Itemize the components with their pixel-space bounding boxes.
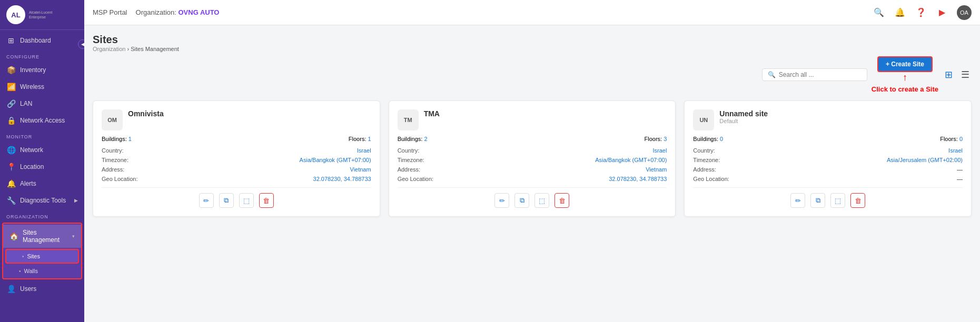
- site-card-1: TM TMA Buildings: 2 Floors: 3 Country: I…: [389, 100, 676, 217]
- delete-button-0[interactable]: 🗑: [259, 193, 274, 208]
- card-buildings-floors-0: Buildings: 1 Floors: 1: [102, 136, 371, 142]
- card-sub-2: Default: [719, 118, 768, 124]
- country-value-0: Israel: [357, 147, 371, 154]
- topbar: MSP Portal Organization: OVNG AUTO 🔍 🔔 ❓…: [84, 0, 980, 25]
- card-header-0: OM Omnivista: [102, 109, 371, 130]
- card-address-row-0: Address: Vietnam: [102, 166, 371, 173]
- floors-value-0: 1: [368, 136, 371, 142]
- delete-button-2[interactable]: 🗑: [850, 193, 865, 208]
- copy-button-2[interactable]: ⬚: [830, 193, 845, 208]
- sidebar-item-network-access[interactable]: 🔒 Network Access: [0, 112, 84, 129]
- sidebar-item-dashboard[interactable]: ⊞ Dashboard: [0, 32, 84, 49]
- sidebar-item-network[interactable]: 🌐 Network: [0, 142, 84, 158]
- buildings-value-2: 0: [720, 136, 723, 142]
- sidebar-item-sites-management[interactable]: 🏠 Sites Management ▾: [3, 225, 81, 248]
- topbar-title: MSP Portal: [93, 8, 127, 16]
- help-icon[interactable]: ❓: [915, 6, 927, 19]
- clone-button-1[interactable]: ⧉: [514, 193, 529, 208]
- clone-button-0[interactable]: ⧉: [219, 193, 234, 208]
- arrow-up-indicator: ↑: [903, 72, 907, 83]
- breadcrumb-org[interactable]: Organization: [93, 46, 125, 52]
- organization-section-label: ORGANIZATION: [0, 209, 84, 222]
- sidebar-item-location[interactable]: 📍 Location: [0, 158, 84, 175]
- card-address-row-1: Address: Vietnam: [398, 166, 667, 173]
- country-label-0: Country:: [102, 147, 124, 154]
- network-access-icon: 🔒: [6, 116, 16, 125]
- card-timezone-row-2: Timezone: Asia/Jerusalem (GMT+02:00): [693, 157, 963, 163]
- card-country-row-0: Country: Israel: [102, 147, 371, 154]
- grid-view-button[interactable]: ⊞: [943, 68, 955, 82]
- floors-value-1: 3: [664, 136, 667, 142]
- sidebar-item-lan[interactable]: 🔗 LAN: [0, 95, 84, 112]
- sidebar-collapse-button[interactable]: ◀: [78, 39, 84, 49]
- sidebar-item-label: Alerts: [20, 180, 36, 187]
- card-badge-1: TM: [398, 109, 419, 130]
- breadcrumb-current: Sites Management: [131, 46, 179, 52]
- timezone-label-0: Timezone:: [102, 157, 128, 163]
- list-view-button[interactable]: ☰: [959, 68, 972, 82]
- card-actions-0: ✏ ⧉ ⬚ 🗑: [102, 193, 371, 208]
- sidebar-item-users[interactable]: 👤 Users: [0, 280, 84, 297]
- sidebar-subitem-sites[interactable]: • Sites: [5, 249, 79, 264]
- logo-sub: Enterprise: [29, 15, 52, 19]
- sidebar-logo: AL Alcatel-Lucent Enterprise: [0, 0, 84, 30]
- cards-grid: OM Omnivista Buildings: 1 Floors: 1 Coun…: [93, 100, 972, 217]
- card-buildings-floors-1: Buildings: 2 Floors: 3: [398, 136, 667, 142]
- search-box[interactable]: 🔍: [762, 68, 867, 81]
- geo-label-0: Geo Location:: [102, 176, 138, 182]
- card-header-2: UN Unnamed site Default: [693, 109, 963, 130]
- topbar-org-name[interactable]: OVNG AUTO: [178, 8, 219, 16]
- copy-button-1[interactable]: ⬚: [534, 193, 549, 208]
- page-title: Sites: [93, 34, 972, 46]
- sidebar-item-diagnostic-tools[interactable]: 🔧 Diagnostic Tools ▶: [0, 192, 84, 209]
- clone-button-2[interactable]: ⧉: [810, 193, 825, 208]
- search-input[interactable]: [779, 71, 862, 78]
- edit-button-1[interactable]: ✏: [494, 193, 509, 208]
- edit-button-2[interactable]: ✏: [790, 193, 805, 208]
- logo-brand: Alcatel-Lucent: [29, 10, 52, 15]
- card-badge-2: UN: [693, 109, 714, 130]
- sidebar-item-label: Users: [20, 285, 36, 293]
- search-icon[interactable]: 🔍: [873, 6, 885, 19]
- logo-text: Alcatel-Lucent Enterprise: [29, 10, 52, 19]
- timezone-value-0: Asia/Bangkok (GMT+07:00): [300, 157, 371, 163]
- card-actions-2: ✏ ⧉ ⬚ 🗑: [693, 193, 963, 208]
- lan-icon: 🔗: [6, 99, 16, 108]
- card-timezone-row-1: Timezone: Asia/Bangkok (GMT+07:00): [398, 157, 667, 163]
- sidebar-item-wireless[interactable]: 📶 Wireless: [0, 78, 84, 95]
- network-icon: 🌐: [6, 146, 16, 154]
- card-geo-row-0: Geo Location: 32.078230, 34.788733: [102, 176, 371, 182]
- geo-value-0: 32.078230, 34.788733: [313, 176, 371, 182]
- edit-button-0[interactable]: ✏: [199, 193, 214, 208]
- floors-label-0: Floors: 1: [349, 136, 371, 142]
- topbar-org-label: Organization: OVNG AUTO: [136, 8, 220, 16]
- site-card-2: UN Unnamed site Default Buildings: 0 Flo…: [684, 100, 972, 217]
- youtube-icon[interactable]: ▶: [936, 6, 948, 19]
- card-actions-1: ✏ ⧉ ⬚ 🗑: [398, 193, 667, 208]
- logo-circle: AL: [6, 5, 25, 24]
- click-hint-label: Click to create a Site: [872, 85, 938, 93]
- card-badge-0: OM: [102, 109, 123, 130]
- bell-icon[interactable]: 🔔: [894, 6, 906, 19]
- sidebar-item-alerts[interactable]: 🔔 Alerts: [0, 175, 84, 192]
- configure-section-label: CONFIGURE: [0, 49, 84, 62]
- wireless-icon: 📶: [6, 83, 16, 91]
- delete-button-1[interactable]: 🗑: [555, 193, 569, 208]
- address-value-0: Vietnam: [350, 166, 371, 173]
- copy-button-0[interactable]: ⬚: [239, 193, 254, 208]
- monitor-section-label: MONITOR: [0, 129, 84, 142]
- create-site-button[interactable]: + Create Site: [877, 56, 933, 72]
- dashboard-icon: ⊞: [6, 36, 16, 45]
- sidebar-item-label: Diagnostic Tools: [20, 197, 66, 204]
- inventory-icon: 📦: [6, 66, 16, 74]
- content-area: Sites Organization › Sites Management 🔍 …: [84, 25, 980, 322]
- user-avatar[interactable]: OA: [957, 5, 972, 20]
- sidebar-item-label: Network: [20, 146, 43, 154]
- sidebar-item-inventory[interactable]: 📦 Inventory: [0, 62, 84, 78]
- buildings-value-0: 1: [128, 136, 132, 142]
- sidebar-item-label: Dashboard: [20, 37, 51, 44]
- card-buildings-floors-2: Buildings: 0 Floors: 0: [693, 136, 963, 142]
- sidebar-subitem-walls[interactable]: • Walls: [3, 265, 81, 277]
- main-content: MSP Portal Organization: OVNG AUTO 🔍 🔔 ❓…: [84, 0, 980, 322]
- sidebar-subitem-label: Sites: [27, 253, 40, 259]
